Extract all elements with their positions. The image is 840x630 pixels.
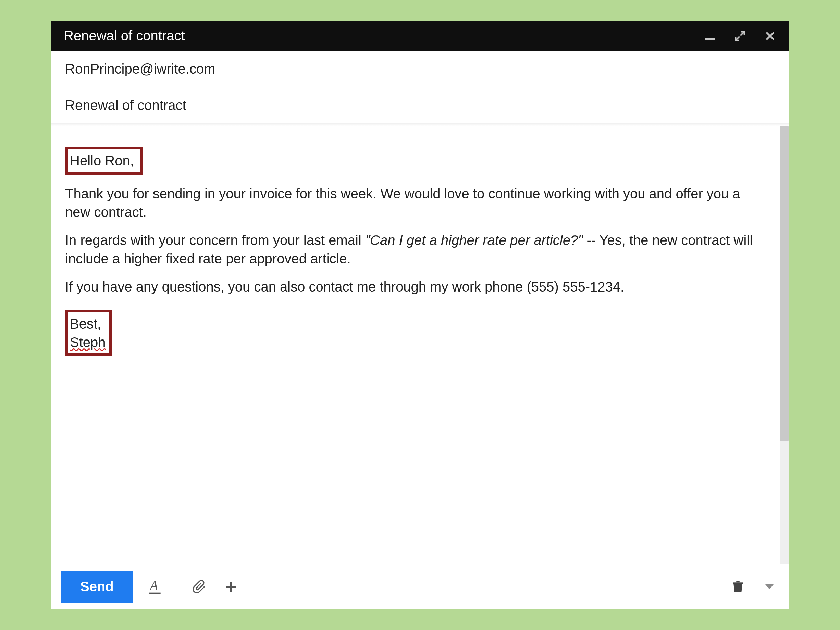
paragraph-3: If you have any questions, you can also … <box>65 278 766 296</box>
close-button[interactable] <box>764 30 776 42</box>
greeting-text: Hello Ron, <box>70 153 134 168</box>
discard-button[interactable] <box>728 577 747 597</box>
signature-text: Steph <box>70 335 106 350</box>
titlebar: Renewal of contract <box>51 21 789 51</box>
expand-button[interactable] <box>734 30 746 42</box>
to-field[interactable]: RonPrincipe@iwrite.com <box>51 51 789 87</box>
insert-button[interactable] <box>221 577 240 597</box>
attach-button[interactable] <box>190 577 209 597</box>
message-body[interactable]: Hello Ron, Thank you for sending in your… <box>51 126 780 564</box>
divider-shadow <box>51 123 789 126</box>
scrollbar-thumb[interactable] <box>780 126 789 441</box>
p2-quote: "Can I get a higher rate per article?" <box>365 233 583 248</box>
signoff-highlight: Best, Steph <box>65 310 112 355</box>
more-options-button[interactable] <box>760 577 779 597</box>
paragraph-1: Thank you for sending in your invoice fo… <box>65 184 766 221</box>
toolbar-divider <box>177 577 177 597</box>
svg-rect-2 <box>733 583 743 584</box>
svg-rect-1 <box>149 592 160 594</box>
subject-field[interactable]: Renewal of contract <box>51 87 789 123</box>
paragraph-2: In regards with your concern from your l… <box>65 231 766 268</box>
scrollbar[interactable] <box>780 126 789 564</box>
body-wrap: Hello Ron, Thank you for sending in your… <box>51 126 789 564</box>
formatting-button[interactable]: A <box>145 577 164 597</box>
svg-rect-3 <box>736 581 740 583</box>
send-button[interactable]: Send <box>61 571 133 603</box>
greeting-highlight: Hello Ron, <box>65 147 143 175</box>
closing-text: Best, <box>70 316 101 331</box>
svg-text:A: A <box>149 579 158 593</box>
minimize-button[interactable] <box>704 30 716 42</box>
window-title: Renewal of contract <box>64 28 185 44</box>
compose-window: Renewal of contract RonPrincipe <box>51 21 789 609</box>
compose-toolbar: Send A <box>51 564 789 609</box>
window-controls <box>704 30 776 42</box>
p2-prefix: In regards with your concern from your l… <box>65 233 365 248</box>
